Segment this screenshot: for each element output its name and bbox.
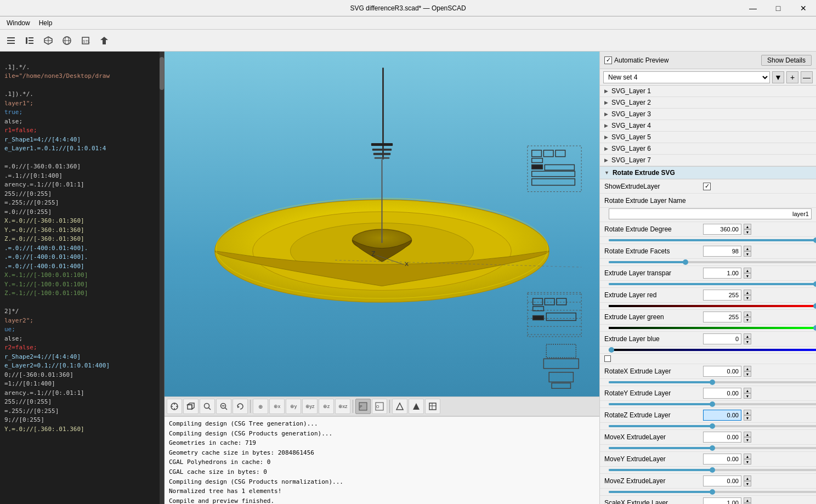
rotate-extrude-degree-input[interactable] (703, 224, 741, 235)
menu-help[interactable]: Help (35, 18, 57, 28)
sphere-button[interactable] (58, 32, 76, 49)
extrude-red-up[interactable]: ▲ (744, 290, 751, 295)
render-btn3[interactable] (425, 399, 440, 414)
translate-x-button[interactable]: ⊕x (269, 399, 285, 414)
show-details-button[interactable]: Show Details (761, 55, 812, 66)
code-scrollbar-thumb[interactable] (160, 57, 164, 90)
movey-extrude-slider[interactable] (609, 469, 816, 471)
rotate-extrude-degree-slider[interactable] (609, 239, 816, 241)
scalex-extrude-input[interactable] (703, 497, 741, 504)
rotatey-extrude-input[interactable] (703, 388, 741, 399)
3d-viewport[interactable]: Z x (165, 52, 599, 397)
menu-window[interactable]: Window (2, 18, 35, 28)
movex-extrude-slider[interactable] (609, 447, 816, 449)
render-btn2[interactable] (409, 399, 424, 414)
export-button[interactable] (95, 32, 113, 49)
extrude-transpar-input[interactable] (703, 268, 741, 279)
rotatey-extrude-down[interactable]: ▼ (744, 393, 751, 399)
rotatez-extrude-down[interactable]: ▼ (744, 415, 751, 421)
layer-item-1[interactable]: ▶ SVG_Layer 1 (600, 86, 816, 97)
extrude-red-slider[interactable] (609, 305, 816, 307)
rotatex-extrude-slider[interactable] (609, 381, 816, 383)
translate-y-button[interactable]: ⊕y (286, 399, 301, 414)
extrude-transpar-up[interactable]: ▲ (744, 268, 751, 273)
code-content[interactable]: .1].*/. ile="/home/none3/Desktop/draw .1… (0, 52, 164, 504)
extrude-blue-slider[interactable] (609, 349, 816, 351)
zoom-out-button[interactable] (216, 399, 231, 414)
layer-item-6[interactable]: ▶ SVG_Layer 6 (600, 143, 816, 155)
rotate-extrude-name-input[interactable] (609, 208, 812, 219)
rotate-extrude-facets-input[interactable] (703, 246, 741, 257)
code-scrollbar[interactable] (160, 52, 164, 504)
extrude-green-thumb[interactable] (813, 325, 816, 331)
movez-extrude-slider[interactable] (609, 491, 816, 493)
rotate-extrude-degree-thumb[interactable] (813, 237, 816, 243)
translate-all-button[interactable]: ⊕ (253, 399, 268, 414)
restore-button[interactable]: □ (766, 0, 791, 16)
extrude-blue-thumb[interactable] (609, 347, 614, 353)
extrude-transpar-thumb[interactable] (813, 281, 816, 287)
scalex-extrude-up[interactable]: ▲ (744, 497, 751, 503)
close-button[interactable]: ✕ (791, 0, 816, 16)
movex-extrude-down[interactable]: ▼ (744, 437, 751, 443)
translate-z-button[interactable]: ⊕z (319, 399, 334, 414)
rotatey-extrude-up[interactable]: ▲ (744, 388, 751, 393)
newset-add-button[interactable]: + (786, 71, 798, 83)
extrude-red-input[interactable] (703, 290, 741, 301)
auto-preview-checkbox[interactable]: ✓ Automatic Preview (604, 56, 668, 64)
rotate-extrude-facets-down[interactable]: ▼ (744, 251, 751, 257)
extrude-green-up[interactable]: ▲ (744, 312, 751, 317)
show-extrude-layer-checkbox[interactable]: ✓ (703, 183, 711, 190)
layer-item-4[interactable]: ▶ SVG_Layer 4 (600, 120, 816, 132)
movey-extrude-down[interactable]: ▼ (744, 459, 751, 465)
translate-yz-button[interactable]: ⊕yz (302, 399, 318, 414)
extrude-blue-input[interactable] (703, 333, 741, 344)
extrude-red-thumb[interactable] (813, 303, 816, 309)
rotatez-extrude-input[interactable] (703, 410, 741, 421)
detail-view-button[interactable] (21, 32, 38, 49)
rotatex-extrude-down[interactable]: ▼ (744, 371, 751, 377)
extrude-green-input[interactable] (703, 312, 741, 322)
extrude-green-down[interactable]: ▼ (744, 317, 751, 322)
layer-item-7[interactable]: ▶ SVG_Layer 7 (600, 155, 816, 166)
extrude-transpar-down[interactable]: ▼ (744, 273, 751, 279)
rotatez-extrude-slider[interactable] (609, 425, 816, 427)
minimize-button[interactable]: — (740, 0, 766, 16)
movey-extrude-up[interactable]: ▲ (744, 454, 751, 459)
rotatez-extrude-thumb[interactable] (710, 423, 715, 429)
rotatey-extrude-slider[interactable] (609, 403, 816, 405)
layer-item-3[interactable]: ▶ SVG_Layer 3 (600, 109, 816, 120)
movey-extrude-input[interactable] (703, 454, 741, 465)
rotatez-extrude-up[interactable]: ▲ (744, 410, 751, 415)
movez-extrude-thumb[interactable] (710, 489, 715, 495)
rotate-extrude-degree-up[interactable]: ▲ (744, 224, 751, 229)
rotate-extrude-degree-down[interactable]: ▼ (744, 229, 751, 235)
extrude-transpar-slider[interactable] (609, 283, 816, 285)
rotatex-extrude-thumb[interactable] (710, 380, 715, 385)
rotatey-extrude-thumb[interactable] (710, 401, 715, 407)
render-btn1[interactable] (392, 399, 407, 414)
rotate-reset-button[interactable] (233, 399, 248, 414)
movez-extrude-up[interactable]: ▲ (744, 475, 751, 481)
movey-extrude-thumb[interactable] (710, 467, 715, 473)
section-rotate-extrude[interactable]: ▼ Rotate Extrude SVG (600, 167, 816, 179)
movez-extrude-input[interactable] (703, 475, 741, 486)
view-perspective-button[interactable]: P (355, 399, 371, 414)
mesh-button[interactable] (39, 32, 57, 49)
reset-view-button[interactable] (167, 399, 182, 414)
extrude-red-down[interactable]: ▼ (744, 295, 751, 301)
rotatex-extrude-input[interactable] (703, 366, 741, 377)
movex-extrude-input[interactable] (703, 432, 741, 443)
rotate-extrude-facets-up[interactable]: ▲ (744, 246, 751, 251)
view-ortho-button[interactable]: O (372, 399, 387, 414)
movex-extrude-thumb[interactable] (710, 445, 715, 451)
layer-item-5[interactable]: ▶ SVG_Layer 5 (600, 132, 816, 143)
extrude-blue-down[interactable]: ▼ (744, 339, 751, 344)
movex-extrude-up[interactable]: ▲ (744, 432, 751, 437)
extrude-blue-checkbox[interactable] (604, 355, 611, 362)
rotate-extrude-facets-slider[interactable] (609, 261, 816, 263)
extrude-blue-up[interactable]: ▲ (744, 333, 751, 339)
newset-select[interactable]: New set 4 (603, 71, 770, 83)
layer-item-2[interactable]: ▶ SVG_Layer 2 (600, 97, 816, 109)
newset-remove-button[interactable]: — (801, 71, 813, 83)
